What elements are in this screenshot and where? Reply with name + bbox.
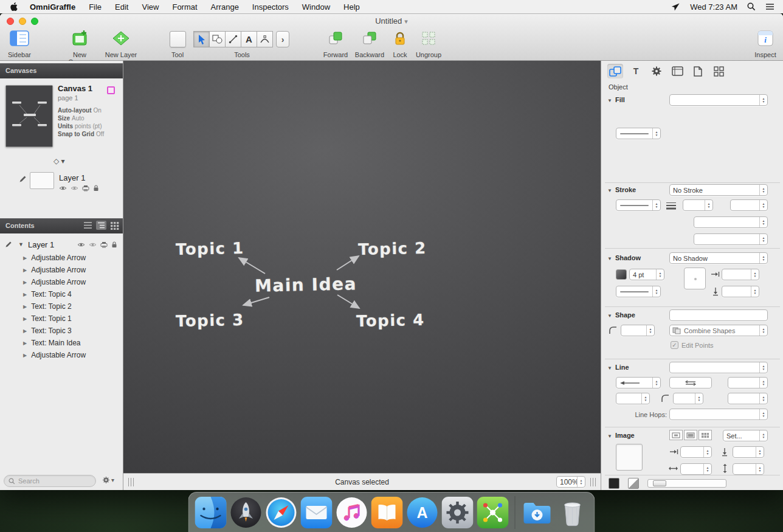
disclosure-icon[interactable] xyxy=(23,328,27,334)
stepper-icon[interactable] xyxy=(652,200,660,210)
stepper-icon[interactable] xyxy=(751,269,759,280)
dock-mail-icon[interactable] xyxy=(301,497,333,528)
dock-omnigraffle-icon[interactable] xyxy=(477,497,509,528)
shadow-preview-well[interactable] xyxy=(616,286,661,297)
node-topic-3[interactable]: Topic 3 xyxy=(176,311,244,330)
node-topic-2[interactable]: Topic 2 xyxy=(358,239,427,258)
search-options-button[interactable] xyxy=(102,476,114,484)
visible-icon[interactable] xyxy=(59,185,67,191)
visible-icon[interactable] xyxy=(77,242,85,247)
stroke-style-select[interactable]: No Stroke xyxy=(669,184,768,196)
drawing-canvas[interactable]: Topic 1 Topic 2 Main Idea Topic 3 Topic … xyxy=(123,61,601,473)
contents-view-switcher[interactable] xyxy=(83,221,120,230)
stepper-icon[interactable] xyxy=(759,362,767,373)
disclosure-icon[interactable] xyxy=(23,292,27,297)
fill-section-header[interactable]: Fill xyxy=(607,96,625,103)
shadow-section-header[interactable]: Shadow xyxy=(607,254,641,261)
image-section-header[interactable]: Image xyxy=(607,432,635,439)
fill-preview-well[interactable] xyxy=(616,128,661,139)
disclosure-open-icon[interactable] xyxy=(18,241,24,247)
stepper-icon[interactable] xyxy=(759,95,767,105)
stepper-icon[interactable] xyxy=(656,269,664,280)
stepper-icon[interactable] xyxy=(759,378,767,388)
list-item[interactable]: Adjustable Arrow xyxy=(0,349,123,361)
dock-finder-icon[interactable] xyxy=(195,497,227,528)
dock-launchpad-icon[interactable] xyxy=(230,497,262,528)
disclosure-icon[interactable] xyxy=(23,268,27,273)
toolbar-backward-button[interactable]: Backward xyxy=(354,29,385,60)
line-option-field[interactable] xyxy=(728,393,768,404)
lock-icon[interactable] xyxy=(111,241,117,248)
stepper-icon[interactable] xyxy=(646,325,654,336)
list-item[interactable]: Text: Main Idea xyxy=(0,337,123,349)
layer-type-control[interactable] xyxy=(53,157,65,165)
list-item[interactable]: Text: Topic 1 xyxy=(0,313,123,325)
spotlight-icon[interactable] xyxy=(747,2,756,11)
tab-document[interactable] xyxy=(690,64,706,78)
line-end-arrow-select[interactable] xyxy=(728,377,768,389)
stroke-color-swatch[interactable] xyxy=(628,478,639,489)
stepper-icon[interactable] xyxy=(759,253,767,263)
line-style-select[interactable] xyxy=(669,362,768,373)
canvas-thumbnail[interactable] xyxy=(5,85,53,147)
image-set-select[interactable]: Set... xyxy=(723,430,768,441)
view-list-icon[interactable] xyxy=(83,221,93,230)
toolbar-inspect-button[interactable]: i Inspect xyxy=(751,29,779,60)
image-well[interactable] xyxy=(616,444,643,471)
node-topic-4[interactable]: Topic 4 xyxy=(356,311,425,330)
stepper-icon[interactable] xyxy=(703,447,711,457)
app-menu-title[interactable]: OmniGraffle xyxy=(23,2,82,12)
line-corner-radius-field[interactable] xyxy=(673,393,703,404)
slider-knob[interactable] xyxy=(653,480,666,486)
stepper-icon[interactable] xyxy=(756,447,764,457)
stepper-icon[interactable] xyxy=(759,325,767,336)
tab-object[interactable] xyxy=(607,64,623,78)
image-offset-x-field[interactable] xyxy=(680,446,712,458)
list-item[interactable]: Text: Topic 2 xyxy=(0,300,123,313)
stepper-icon[interactable] xyxy=(652,286,660,297)
node-main-idea[interactable]: Main Idea xyxy=(255,274,357,296)
image-fit-stretch-button[interactable] xyxy=(684,430,697,440)
dock-safari-icon[interactable] xyxy=(266,497,297,528)
view-grid-icon[interactable] xyxy=(109,221,120,230)
stroke-cap-field[interactable] xyxy=(730,199,768,211)
dock-system-preferences-icon[interactable] xyxy=(442,497,474,528)
print-icon[interactable] xyxy=(82,185,89,192)
dock-music-icon[interactable] xyxy=(336,497,368,528)
stepper-icon[interactable] xyxy=(652,128,660,139)
shadow-offset-pad[interactable] xyxy=(684,268,706,289)
style-tray-slider[interactable] xyxy=(647,479,726,488)
stepper-icon[interactable] xyxy=(759,217,767,227)
image-scale-x-field[interactable] xyxy=(680,463,712,475)
search-input[interactable] xyxy=(18,477,85,485)
tab-text[interactable]: T xyxy=(628,64,644,78)
shadow-blur-field[interactable]: 4 pt xyxy=(629,269,664,280)
disclosure-icon[interactable] xyxy=(23,280,27,285)
tab-layout[interactable] xyxy=(711,64,726,78)
shape-select[interactable] xyxy=(669,309,768,321)
fill-style-select[interactable] xyxy=(669,94,768,106)
list-item[interactable]: Text: Topic 3 xyxy=(0,325,123,337)
selectable-icon[interactable] xyxy=(71,185,78,191)
dock-downloads-icon[interactable] xyxy=(522,497,553,528)
stepper-icon[interactable] xyxy=(759,200,767,210)
search-field[interactable] xyxy=(4,475,96,487)
toolbar-new-layer-button[interactable]: New Layer xyxy=(104,29,138,60)
dock-app-store-icon[interactable]: A xyxy=(407,497,438,528)
disclosure-icon[interactable] xyxy=(23,304,27,309)
inspector-resize-grip[interactable] xyxy=(590,478,598,486)
menu-clock[interactable]: Wed 7:23 AM xyxy=(690,2,737,12)
canvas-arrows[interactable] xyxy=(123,61,601,473)
zoom-control[interactable]: 100% xyxy=(556,476,585,488)
disclosure-icon[interactable] xyxy=(23,340,27,346)
menu-help[interactable]: Help xyxy=(337,2,367,12)
canvas-style-badge[interactable] xyxy=(107,86,115,94)
stroke-width-field[interactable] xyxy=(683,199,713,211)
menu-extra-icon[interactable] xyxy=(671,2,680,12)
stepper-icon[interactable] xyxy=(705,200,712,210)
menu-inspectors[interactable]: Inspectors xyxy=(246,2,295,12)
menu-arrange[interactable]: Arrange xyxy=(204,2,246,12)
disclosure-icon[interactable] xyxy=(23,353,27,358)
stepper-icon[interactable] xyxy=(759,393,767,404)
layer-thumbnail[interactable] xyxy=(30,172,54,189)
